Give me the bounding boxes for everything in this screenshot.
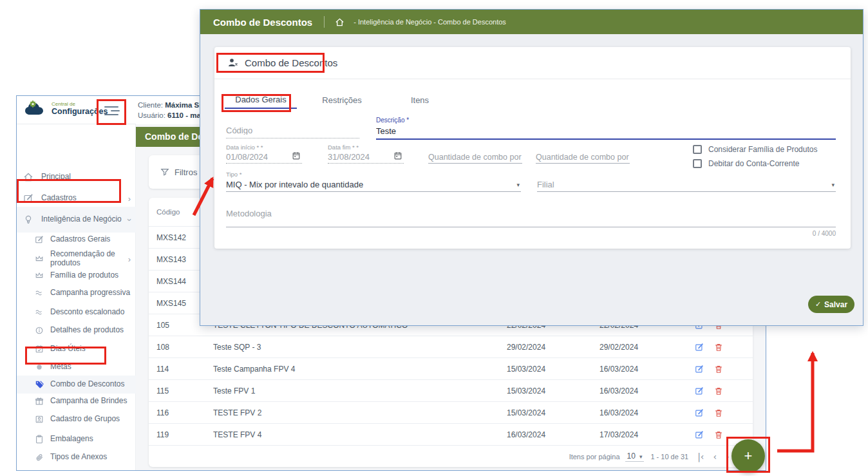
modal-header: Combo de Descontos - Inteligência de Neg… (200, 10, 863, 34)
sidebar-item[interactable]: Principal (17, 168, 136, 186)
chevron-icon: › (128, 471, 131, 471)
edit-icon[interactable] (695, 386, 704, 395)
sidebar-item[interactable]: Dias Úteis (17, 340, 136, 358)
breadcrumb: - Inteligência de Negócio - Combo de Des… (354, 18, 506, 26)
table-row[interactable]: 115 Teste FPV 1 15/03/2024 16/03/2024 (149, 379, 753, 401)
edit-icon[interactable] (695, 408, 704, 417)
descricao-value: Teste (376, 124, 836, 138)
delete-icon[interactable] (714, 430, 723, 439)
check-icon: ✓ (815, 300, 821, 309)
info-icon (35, 326, 44, 335)
edit-icon[interactable] (695, 343, 704, 352)
first-page-button[interactable]: |‹ (697, 452, 704, 462)
table-row[interactable]: 114 Teste Campanha FPV 4 15/03/2024 16/0… (149, 357, 753, 379)
sidebar-item[interactable]: Inteligência de Negócio › (17, 207, 136, 233)
paperclip-icon (35, 453, 44, 462)
calendar-icon[interactable] (292, 151, 301, 160)
tipo-select[interactable]: Tipo * MIQ - Mix por intevalo de quantid… (226, 171, 521, 192)
data-fim-field[interactable]: Data fim * * 31/08/2024 (328, 144, 404, 164)
sidebar-item[interactable]: Família de produtos (17, 267, 136, 285)
edit-icon (23, 193, 33, 204)
items-per-page-select[interactable]: 10▾ (625, 452, 645, 462)
debitar-conta-label: Debitar do Conta-Corrente (708, 159, 799, 168)
delete-icon[interactable] (714, 343, 723, 352)
qtd-combo-usuario-field[interactable]: Quantidade de combo por usuário (536, 151, 630, 164)
delete-icon[interactable] (714, 408, 723, 417)
home-icon[interactable] (335, 17, 344, 27)
codigo-placeholder: Código (226, 123, 359, 135)
card-title: Combo de Descontos (245, 57, 337, 68)
table-row[interactable]: 116 TESTE FPV 2 15/03/2024 16/03/2024 (149, 401, 753, 423)
filial-placeholder: Filial (537, 178, 836, 190)
considerar-familia-option: Considerar Família de Produtos (693, 145, 817, 154)
debitar-conta-checkbox[interactable] (693, 159, 702, 168)
chevron-icon: › (128, 254, 131, 264)
qtd-usuario-placeholder: Quantidade de combo por usuário (536, 151, 630, 163)
calendar-icon[interactable] (393, 151, 402, 160)
pagination-bar: Itens por página 10▾ 1 - 10 de 31 |‹ ‹ ›… (149, 445, 753, 467)
metodologia-textarea[interactable]: Metodologia (226, 200, 836, 227)
items-per-page-label: Itens por página (569, 453, 620, 461)
next-page-button[interactable]: › (726, 452, 730, 462)
clipboard-icon (35, 435, 44, 444)
tab-dados-gerais[interactable]: Dados Gerais (225, 91, 297, 109)
chevron-icon: › (124, 218, 134, 221)
data-inicio-field[interactable]: Data início * * 01/08/2024 (226, 144, 302, 164)
crown-icon (35, 271, 44, 280)
descricao-field[interactable]: Descrição * Teste (376, 117, 836, 140)
sidebar-header: Central de Configurações (17, 96, 136, 124)
menu-toggle-button[interactable] (100, 102, 124, 119)
edit-icon[interactable] (695, 365, 704, 374)
arrow-from-fab-up (777, 353, 813, 451)
card-title-row: Combo de Descontos (214, 47, 851, 79)
edit-icon (35, 235, 44, 244)
table-row[interactable]: 119 TESTE FPV 4 16/03/2024 17/03/2024 (149, 423, 753, 445)
sidebar-item[interactable]: Cadastros Gerais (17, 231, 136, 249)
tabs-bar: Dados Gerais Restrições Itens (214, 91, 851, 109)
sidebar-item[interactable]: Cadastros › (17, 189, 136, 207)
delete-icon[interactable] (714, 365, 723, 374)
waves-icon (35, 289, 44, 298)
data-inicio-label: Data início * * (226, 144, 302, 151)
sidebar-item[interactable]: Combo de Descontos (17, 376, 136, 394)
sidebar-item[interactable]: Embalagens (17, 430, 136, 448)
edit-icon[interactable] (695, 430, 704, 439)
calendar-check-icon (35, 345, 44, 354)
waves-icon (35, 308, 44, 317)
sidebar: Principal Cadastros › Inteligência de Ne… (17, 124, 136, 470)
filial-select[interactable]: Filial ▾ (537, 178, 836, 192)
data-inicio-value: 01/08/2024 (226, 151, 302, 163)
add-combo-fab[interactable]: + (731, 439, 765, 473)
person-icon (227, 57, 238, 68)
gift-icon (35, 397, 44, 406)
prev-page-button[interactable]: ‹ (713, 452, 717, 462)
codigo-field[interactable]: Código (226, 123, 359, 138)
char-counter: 0 / 4000 (226, 230, 836, 237)
tab-itens[interactable]: Itens (397, 91, 442, 109)
sidebar-item[interactable]: Tipos de Anexos (17, 448, 136, 466)
home-icon (23, 172, 33, 182)
sidebar-item[interactable]: Cadastro de Grupos (17, 410, 136, 428)
caret-down-icon: ▾ (831, 182, 835, 188)
sidebar-item[interactable]: Campanha de Brindes (17, 392, 136, 410)
form-card: Combo de Descontos Dados Gerais Restriçõ… (214, 47, 851, 249)
table-row[interactable]: 108 Teste SQP - 3 29/02/2024 29/02/2024 (149, 336, 753, 357)
save-button[interactable]: ✓ Salvar (808, 296, 854, 313)
circle-icon (35, 363, 44, 372)
sidebar-item[interactable]: Metas (17, 358, 136, 376)
tag-icon (35, 380, 44, 389)
sidebar-item[interactable]: Restrições › (17, 466, 136, 471)
pagination-range: 1 - 10 de 31 (650, 453, 688, 461)
delete-icon[interactable] (714, 386, 723, 395)
considerar-familia-checkbox[interactable] (693, 145, 702, 154)
qtd-combo-cliente-field[interactable]: Quantidade de combo por clien... (428, 151, 522, 164)
caret-down-icon: ▾ (639, 453, 643, 460)
client-label: Cliente: (138, 101, 163, 109)
sidebar-item[interactable]: Campanha progressiva (17, 284, 136, 302)
sidebar-item[interactable]: Desconto escalonado (17, 303, 136, 321)
tab-restricoes[interactable]: Restrições (311, 91, 373, 109)
chevron-icon: › (128, 194, 131, 204)
sidebar-item[interactable]: Detalhes de produtos (17, 321, 136, 339)
caret-down-icon: ▾ (516, 182, 520, 188)
brand-line2: Configurações (52, 108, 108, 116)
